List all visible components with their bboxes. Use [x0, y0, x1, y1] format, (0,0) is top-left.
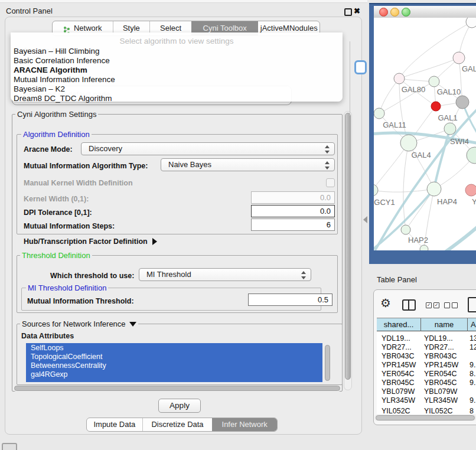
tab-discretize-data[interactable]: Discretize Data: [142, 418, 213, 431]
list-item[interactable]: BetweennessCentrality: [31, 361, 314, 370]
close-icon[interactable]: ✖: [354, 6, 360, 15]
algorithm-option[interactable]: Mutual Information Inference: [14, 75, 332, 84]
algorithm-option[interactable]: Bayesian – Hill Climbing: [14, 47, 332, 56]
mi-threshold-field[interactable]: 0.5: [248, 294, 332, 306]
data-attributes-label: Data Attributes: [21, 332, 74, 340]
tab-infer-network[interactable]: Infer Network: [212, 418, 277, 431]
node-label: Y: [472, 197, 476, 206]
table-row[interactable]: YBR045C YBR045C 9.: [377, 379, 476, 387]
mi-steps-field[interactable]: 6: [251, 219, 335, 231]
focused-stepper-fragment[interactable]: [354, 60, 367, 74]
kernel-width-label: Kernel Width (0,1):: [24, 195, 89, 203]
node-red[interactable]: [431, 102, 441, 111]
mi-type-value: Naive Bayes: [168, 160, 211, 169]
node-label: HAP4: [437, 197, 457, 206]
column-header-shared[interactable]: shared...: [377, 318, 421, 331]
network-canvas[interactable]: GAL GAL80 GAL10 GAL1 GAL11 SWI4 GAL4 GCY…: [374, 18, 476, 250]
node-gal11[interactable]: [374, 108, 384, 119]
aracne-mode-combo[interactable]: Discovery: [81, 142, 335, 155]
cell-shared: YBR043C: [382, 352, 419, 360]
list-item[interactable]: TopologicalCoefficient: [31, 353, 314, 361]
sources-group-label[interactable]: Sources for Network Inference: [20, 319, 138, 328]
node[interactable]: [420, 245, 428, 250]
tab-impute-data[interactable]: Impute Data: [87, 418, 142, 431]
deselect-all-columns-icon[interactable]: [444, 302, 458, 308]
node-label: GAL1: [438, 113, 457, 122]
cell-shared: YDL19...: [382, 334, 419, 343]
table-row[interactable]: YDR27... YDR27... 12: [377, 343, 476, 352]
table-row[interactable]: YER054C YER054C 8.: [377, 370, 476, 379]
network-labels: GAL GAL80 GAL10 GAL1 GAL11 SWI4 GAL4 GCY…: [374, 64, 476, 244]
node-hap4[interactable]: [427, 182, 441, 196]
cell-shared: YBL079W: [382, 387, 419, 396]
aracne-mode-value: Discovery: [89, 144, 122, 153]
table-header: shared... name A: [377, 318, 476, 331]
cell-shared: YPR145W: [382, 361, 419, 369]
list-item[interactable]: gal4RGexp: [31, 370, 314, 379]
column-header-name[interactable]: name: [421, 318, 468, 331]
mac-zoom-button[interactable]: [402, 8, 410, 17]
algorithm-option[interactable]: Bayesian – K2: [14, 84, 332, 94]
algorithm-option-selected[interactable]: ARACNE Algorithm: [14, 66, 332, 75]
algorithm-option[interactable]: Basic Correlation Inference: [14, 56, 332, 66]
select-all-columns-icon[interactable]: ✓ ✓: [426, 302, 439, 308]
node[interactable]: [467, 147, 476, 164]
table-row[interactable]: YLR345W YLR345W 9.: [377, 396, 476, 405]
node[interactable]: [466, 18, 476, 28]
corner-panel-icon[interactable]: [2, 443, 17, 450]
cyni-group-label: Cyni Algorithm Settings: [15, 110, 98, 119]
list-scrollbar-thumb[interactable]: [325, 345, 330, 381]
mi-threshold-label: Mutual Information Threshold:: [27, 297, 134, 305]
apply-button[interactable]: Apply: [158, 399, 201, 413]
cell-value: 8.: [470, 370, 476, 378]
list-item[interactable]: SelfLoops: [31, 344, 314, 353]
node-hap2[interactable]: [401, 225, 410, 234]
network-window-titlebar[interactable]: [374, 6, 476, 18]
algorithm-option[interactable]: Dream8 DC_TDC Algorithm: [14, 94, 332, 103]
table-row[interactable]: YBR043C YBR043C: [377, 352, 476, 361]
node-gal4[interactable]: [400, 135, 417, 151]
dpi-tolerance-field[interactable]: 0.0: [251, 205, 335, 217]
node-gray[interactable]: [456, 96, 469, 109]
mac-close-button[interactable]: [379, 8, 388, 17]
combo-stepper-icon: [301, 271, 305, 279]
node-gal80[interactable]: [394, 73, 405, 84]
node-swi4[interactable]: [444, 123, 456, 135]
checked-box-icon: ✓: [426, 302, 432, 308]
cell-name: YBL079W: [424, 387, 465, 396]
table-hscrollbar-thumb[interactable]: [376, 415, 475, 420]
settings-vscrollbar-thumb[interactable]: [345, 113, 351, 380]
column-header-clipped[interactable]: A: [468, 318, 476, 331]
float-window-icon[interactable]: [344, 8, 352, 16]
which-threshold-combo[interactable]: MI Threshold: [139, 268, 311, 281]
table-row-partial[interactable]: YIL052C YIL052C 8: [377, 407, 476, 414]
table-row[interactable]: YBL079W YBL079W: [377, 387, 476, 396]
manual-kernel-checkbox[interactable]: [326, 178, 335, 187]
node-gcy1[interactable]: [374, 184, 378, 196]
node-label: GAL4: [411, 151, 431, 159]
hub-definition-disclosure[interactable]: Hub/Transcription Factor Definition: [24, 237, 157, 246]
data-attributes-list: SelfLoops TopologicalCoefficient Between…: [26, 343, 322, 382]
document-icon[interactable]: [468, 297, 476, 312]
network-tab-icon: [63, 25, 71, 32]
node-label: GAL: [462, 64, 476, 73]
settings-hscrollbar-thumb[interactable]: [14, 386, 340, 391]
cell-shared: YER054C: [382, 370, 419, 378]
node[interactable]: [453, 52, 465, 64]
sources-label-text: Sources for Network Inference: [22, 319, 126, 328]
combo-stepper-icon: [325, 145, 329, 154]
aracne-mode-label: Aracne Mode:: [24, 145, 73, 154]
panel-splitter-handle[interactable]: [363, 216, 367, 223]
split-columns-icon[interactable]: [402, 299, 416, 311]
node-salmon[interactable]: [465, 184, 476, 196]
table-row[interactable]: YDL19... YDL19... 13: [377, 334, 476, 343]
table-row[interactable]: YPR145W YPR145W 9.: [377, 361, 476, 370]
node-gal10[interactable]: [429, 76, 439, 87]
kernel-width-field[interactable]: 0.0: [251, 191, 335, 204]
gear-icon[interactable]: ⚙: [380, 297, 391, 309]
which-threshold-value: MI Threshold: [146, 270, 191, 279]
mac-minimize-button[interactable]: [390, 8, 399, 17]
cell-value: 12: [470, 343, 476, 351]
mi-type-combo[interactable]: Naive Bayes: [161, 158, 335, 171]
cell-name: YBR045C: [424, 379, 465, 387]
